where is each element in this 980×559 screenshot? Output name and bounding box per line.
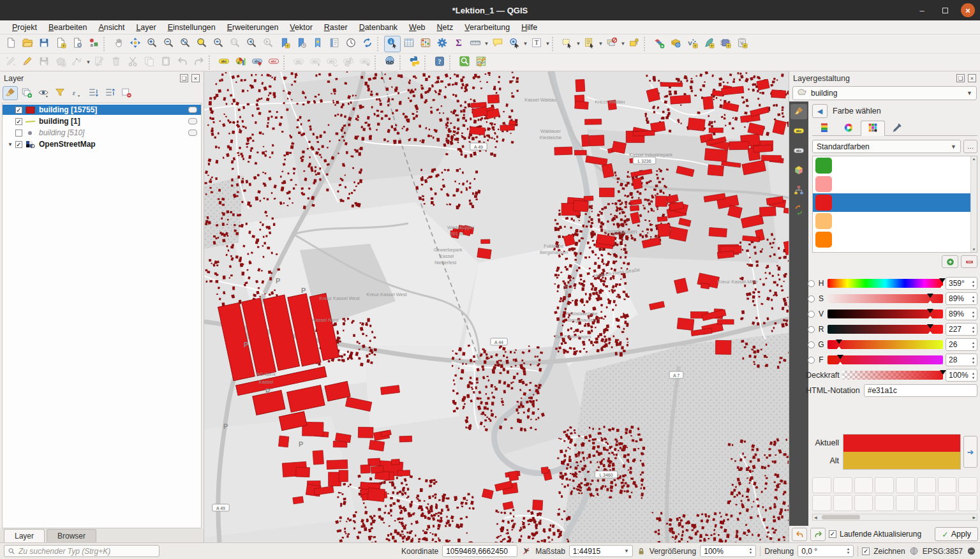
nominatim-search-dropdown[interactable]: ▼ bbox=[523, 36, 528, 52]
statistics-summary-button[interactable] bbox=[417, 36, 434, 52]
title-bar[interactable]: *Lektion_1 — QGIS – × bbox=[0, 0, 980, 20]
search-layers-button[interactable] bbox=[456, 54, 473, 71]
recent-color-slot[interactable] bbox=[833, 477, 852, 493]
green-spinbox[interactable]: 26▲▼ bbox=[946, 338, 977, 351]
temporal-controller-button[interactable] bbox=[343, 36, 359, 52]
render-checkbox[interactable]: ✓ bbox=[862, 548, 870, 555]
map-canvas[interactable]: PPPPPPKassel WaldauKreuz WaldauWaldauerK… bbox=[204, 71, 789, 542]
recent-color-slot[interactable] bbox=[854, 477, 873, 493]
recent-color-slot[interactable] bbox=[917, 477, 936, 493]
minimize-button[interactable]: – bbox=[915, 3, 929, 17]
layer-row-building15755[interactable]: ✓building [15755] bbox=[3, 105, 201, 115]
add-color-button[interactable] bbox=[942, 255, 958, 268]
zoom-full-button[interactable] bbox=[177, 36, 193, 52]
channel-radio-s[interactable] bbox=[808, 295, 815, 302]
menu-erweiterungen[interactable]: Erweiterungen bbox=[221, 22, 285, 33]
menu-datenbank[interactable]: Datenbank bbox=[353, 22, 403, 33]
bookmark-editor-button[interactable] bbox=[309, 36, 326, 52]
new-print-layout-button[interactable] bbox=[52, 36, 69, 52]
layer-visibility-checkbox[interactable] bbox=[15, 130, 22, 137]
opacity-spinbox[interactable]: 100% ▲▼ bbox=[946, 369, 977, 382]
new-geopackage-layer-button[interactable] bbox=[701, 36, 717, 52]
zoom-out-button[interactable] bbox=[160, 36, 177, 52]
select-by-form-dropdown[interactable]: ▼ bbox=[598, 36, 604, 52]
recent-color-slot[interactable] bbox=[875, 477, 894, 493]
recent-color-slot[interactable] bbox=[896, 495, 915, 511]
hue-spinbox[interactable]: 359°▲▼ bbox=[946, 277, 977, 290]
channel-radio-f[interactable] bbox=[808, 357, 815, 364]
layer-visibility-checkbox[interactable]: ✓ bbox=[15, 141, 22, 148]
red-spinbox[interactable]: 227▲▼ bbox=[946, 323, 977, 336]
add-vector-layer-button[interactable] bbox=[667, 36, 684, 52]
recent-color-slot[interactable] bbox=[854, 495, 873, 511]
menu-vektor[interactable]: Vektor bbox=[284, 22, 318, 33]
add-group-button[interactable] bbox=[19, 86, 34, 100]
styling-tab-symbology[interactable] bbox=[791, 104, 807, 119]
nominatim-search-button[interactable] bbox=[506, 36, 523, 52]
style-manager-button[interactable]: a bbox=[85, 36, 102, 52]
layer-visibility-checkbox[interactable]: ✓ bbox=[15, 107, 22, 114]
sat-spinbox[interactable]: 89%▲▼ bbox=[946, 292, 977, 305]
styling-tab-view-3d[interactable] bbox=[791, 163, 807, 179]
osm-place-search-button[interactable] bbox=[382, 54, 398, 71]
palette-options-button[interactable]: … bbox=[963, 140, 977, 153]
dock-tab-layer[interactable]: Layer bbox=[4, 529, 45, 542]
crs-globe-icon[interactable] bbox=[909, 546, 919, 556]
text-annotation-button[interactable]: T bbox=[528, 36, 545, 52]
spin-arrows-icon[interactable]: ▲▼ bbox=[970, 371, 977, 380]
hue-slider[interactable] bbox=[828, 279, 943, 288]
recent-color-slot[interactable] bbox=[958, 495, 977, 511]
recent-color-slot[interactable] bbox=[938, 495, 957, 511]
map-tip-badge[interactable] bbox=[188, 107, 197, 113]
dock-tab-browser[interactable]: Browser bbox=[47, 529, 96, 542]
quickosm-button[interactable] bbox=[473, 54, 489, 71]
color-row-33a02c[interactable] bbox=[813, 156, 977, 175]
apply-button[interactable]: ✓ Apply bbox=[935, 527, 978, 541]
new-shapefile-layer-button[interactable]: V bbox=[684, 36, 701, 52]
coordinate-input[interactable]: 1059469,6662450 bbox=[442, 545, 517, 557]
channel-radio-v[interactable] bbox=[808, 311, 815, 318]
layer-row-building1[interactable]: ✓building [1] bbox=[3, 116, 201, 126]
color-row-fdbf6f[interactable] bbox=[813, 212, 977, 230]
show-sum-button[interactable]: Σ bbox=[450, 36, 467, 52]
select-by-form-button[interactable] bbox=[581, 36, 598, 52]
opacity-slider[interactable] bbox=[842, 371, 943, 380]
new-virtual-layer-button[interactable] bbox=[717, 36, 734, 52]
map-tip-badge[interactable] bbox=[188, 130, 197, 136]
color-swatch-list[interactable]: ▲▼ bbox=[812, 156, 977, 253]
show-bookmarks-button[interactable] bbox=[293, 36, 309, 52]
toggle-editing-button[interactable] bbox=[19, 54, 36, 71]
menu-netz[interactable]: Netz bbox=[431, 22, 459, 33]
menu-projekt[interactable]: Projekt bbox=[6, 22, 43, 33]
open-layer-styling-button[interactable] bbox=[3, 86, 18, 100]
pin-labels-button[interactable]: abc bbox=[249, 54, 265, 71]
mouse-position-icon[interactable] bbox=[521, 546, 531, 556]
layer-visibility-checkbox[interactable]: ✓ bbox=[15, 118, 22, 125]
menu-hilfe[interactable]: Hilfe bbox=[516, 22, 543, 33]
menu-layer[interactable]: Layer bbox=[130, 22, 161, 33]
layer-diagrams-button[interactable] bbox=[232, 54, 249, 71]
old-color-swatch[interactable] bbox=[843, 452, 960, 469]
styling-tab-history[interactable] bbox=[791, 203, 807, 218]
locator-search-input[interactable]: Zu suchender Typ (Strg+K) bbox=[4, 545, 160, 557]
attribute-table-button[interactable] bbox=[401, 36, 417, 52]
python-console-button[interactable] bbox=[406, 54, 423, 71]
recent-color-slot[interactable] bbox=[812, 477, 831, 493]
identify-features-button[interactable]: i bbox=[384, 36, 401, 52]
project-open-button[interactable] bbox=[19, 36, 36, 52]
recent-color-slot[interactable] bbox=[896, 477, 915, 493]
collapse-all-button[interactable] bbox=[102, 86, 117, 100]
horizontal-scrollbar[interactable]: ◀▶ bbox=[812, 514, 977, 521]
styling-layer-combo[interactable]: building ▼ bbox=[792, 86, 977, 100]
val-spinbox[interactable]: 89%▲▼ bbox=[946, 308, 977, 320]
notes-button[interactable] bbox=[326, 36, 343, 52]
blue-spinbox[interactable]: 28▲▼ bbox=[946, 354, 977, 366]
processing-toolbox-button[interactable] bbox=[434, 36, 450, 52]
sat-slider[interactable] bbox=[828, 294, 943, 303]
manage-map-themes-button[interactable] bbox=[36, 86, 51, 100]
deselect-all-dropdown[interactable]: ▼ bbox=[620, 36, 626, 52]
new-memory-layer-button[interactable]: V bbox=[734, 36, 750, 52]
menu-ansicht[interactable]: Ansicht bbox=[93, 22, 130, 33]
vertex-tool-dropdown[interactable]: ▼ bbox=[85, 54, 91, 71]
recent-color-slot[interactable] bbox=[958, 477, 977, 493]
